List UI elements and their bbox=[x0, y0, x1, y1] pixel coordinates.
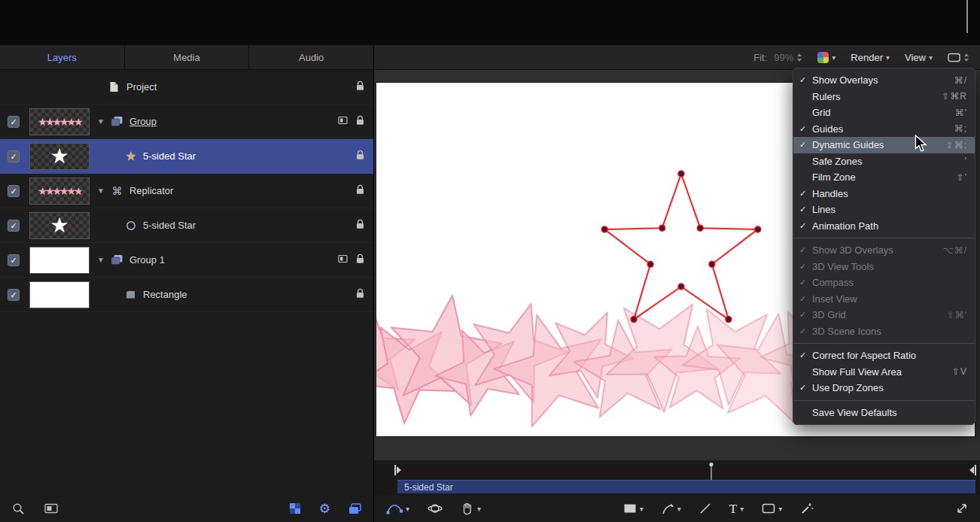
menu-item-show-overlays[interactable]: ✓Show Overlays⌘/ bbox=[793, 72, 975, 89]
menu-item-use-drop-zones[interactable]: ✓Use Drop Zones bbox=[793, 380, 975, 396]
motion-window: LayersMediaAudio Project✓★★★★★★▼Group✓★5… bbox=[0, 0, 980, 522]
menu-item-label: Grid bbox=[812, 107, 946, 118]
drop-zone-tool-button[interactable]: ▾ bbox=[762, 503, 782, 514]
visibility-checkbox[interactable]: ✓ bbox=[8, 220, 20, 232]
disclosure-triangle-icon[interactable]: ▼ bbox=[97, 117, 105, 126]
orbit-tool-button[interactable] bbox=[428, 502, 443, 515]
checkmark-icon: ✓ bbox=[799, 75, 812, 85]
bezier-tool-button[interactable]: ▾ bbox=[386, 502, 409, 515]
layer-row-group-1[interactable]: ✓▼Group 1 bbox=[0, 243, 373, 278]
menu-item-guides[interactable]: ✓Guides⌘; bbox=[793, 121, 975, 138]
out-point-marker[interactable] bbox=[968, 464, 977, 478]
search-icon[interactable] bbox=[12, 502, 25, 515]
checkmark-icon: ✓ bbox=[799, 310, 812, 320]
resize-handle[interactable] bbox=[956, 502, 968, 514]
checkerboard-icon[interactable] bbox=[289, 502, 301, 514]
layout-control[interactable] bbox=[948, 53, 969, 62]
menu-item-label: Save View Defaults bbox=[812, 407, 967, 418]
rectangle-tool-button[interactable]: ▾ bbox=[623, 503, 644, 514]
menu-item-label: Show 3D Overlays bbox=[812, 244, 934, 256]
channels-control[interactable]: ▾ bbox=[817, 52, 835, 63]
menu-item-safe-zones[interactable]: Safe Zones' bbox=[793, 153, 975, 170]
view-menu-button[interactable]: View ▾ bbox=[905, 52, 933, 63]
lock-icon[interactable] bbox=[356, 184, 364, 197]
fit-control[interactable]: Fit: 99% bbox=[753, 52, 802, 63]
menu-item-label: 3D View Tools bbox=[812, 261, 967, 272]
visibility-checkbox[interactable]: ✓ bbox=[8, 116, 20, 128]
menu-item-correct-for-aspect-ratio[interactable]: ✓Correct for Aspect Ratio bbox=[793, 347, 975, 364]
menu-separator bbox=[793, 343, 975, 344]
lock-icon[interactable] bbox=[356, 288, 364, 301]
layer-thumbnail: ★★★★★★ bbox=[29, 108, 90, 135]
disclosure-triangle-icon[interactable]: ▼ bbox=[97, 256, 105, 264]
in-point-marker[interactable] bbox=[394, 464, 403, 478]
disclosure-triangle-icon[interactable]: ▼ bbox=[97, 187, 105, 195]
layer-row-group[interactable]: ✓★★★★★★▼Group bbox=[0, 105, 373, 139]
chevron-down-icon: ▾ bbox=[740, 505, 744, 513]
menu-item-show-full-view-area[interactable]: Show Full View Area⇧V bbox=[793, 364, 975, 381]
text-tool-button[interactable]: T ▾ bbox=[729, 502, 744, 515]
stepper-icon[interactable] bbox=[796, 53, 802, 62]
layer-thumbnail: ★ bbox=[29, 143, 90, 170]
line-tool-button[interactable] bbox=[699, 502, 711, 514]
lock-icon[interactable] bbox=[356, 253, 364, 266]
mini-display-icon[interactable] bbox=[44, 503, 58, 514]
fit-value: 99% bbox=[774, 52, 793, 63]
lock-icon[interactable] bbox=[356, 115, 364, 128]
lock-icon[interactable] bbox=[356, 219, 364, 232]
row-right-icons bbox=[356, 219, 364, 232]
mini-timeline[interactable]: 5-sided Star bbox=[374, 460, 980, 495]
tab-media[interactable]: Media bbox=[125, 45, 250, 69]
render-menu-button[interactable]: Render ▾ bbox=[851, 52, 890, 63]
layer-row-project[interactable]: Project bbox=[0, 70, 373, 105]
media-icon[interactable] bbox=[338, 116, 348, 127]
menu-item-animation-path[interactable]: ✓Animation Path bbox=[793, 218, 975, 235]
visibility-checkbox[interactable]: ✓ bbox=[8, 185, 20, 197]
menu-item-show-3d-overlays: ✓Show 3D Overlays⌥⌘/ bbox=[793, 242, 975, 259]
canvas-toolbar-bottom: ▾ ▾ ▾ ▾ T ▾ ▾ bbox=[374, 495, 980, 522]
menu-item-film-zone[interactable]: Film Zone⇧' bbox=[793, 169, 975, 186]
visibility-checkbox[interactable]: ✓ bbox=[8, 254, 20, 266]
visibility-checkbox[interactable]: ✓ bbox=[8, 150, 20, 162]
layer-name: Group 1 bbox=[129, 254, 165, 266]
layer-name: 5-sided Star bbox=[143, 220, 196, 231]
layer-row-replicator[interactable]: ✓★★★★★★▼⌘Replicator bbox=[0, 174, 373, 208]
row-right-icons bbox=[356, 288, 364, 301]
layer-row-5-sided-star[interactable]: ✓★5-sided Star bbox=[0, 139, 373, 174]
visibility-checkbox[interactable]: ✓ bbox=[8, 289, 20, 301]
menu-item-dynamic-guides[interactable]: ✓Dynamic Guides⇧⌘; bbox=[793, 137, 975, 153]
layer-name: Project bbox=[126, 81, 157, 93]
layer-row-rectangle[interactable]: ✓Rectangle bbox=[0, 278, 373, 312]
menu-item-handles[interactable]: ✓Handles bbox=[793, 186, 975, 202]
menu-separator bbox=[793, 238, 975, 238]
paint-stroke-tool-button[interactable]: ▾ bbox=[662, 502, 681, 515]
menu-item-shortcut: ⇧V bbox=[952, 366, 967, 377]
chevron-down-icon: ▾ bbox=[406, 505, 409, 513]
menu-item-grid[interactable]: Grid⌘' bbox=[793, 105, 975, 121]
tab-layers[interactable]: Layers bbox=[0, 45, 125, 69]
menu-item-3d-scene-icons: ✓3D Scene Icons bbox=[793, 323, 975, 340]
gear-icon[interactable]: ⚙ bbox=[319, 502, 330, 515]
window-layout-icon bbox=[948, 53, 960, 62]
chevron-down-icon: ▾ bbox=[640, 505, 644, 513]
checkmark-icon: ✓ bbox=[799, 294, 812, 304]
window-top-strip bbox=[0, 0, 980, 45]
lock-icon[interactable] bbox=[356, 150, 364, 162]
layer-row-5-sided-star[interactable]: ✓★5-sided Star bbox=[0, 208, 373, 243]
view-label: View bbox=[905, 52, 926, 63]
pan-tool-button[interactable]: ▾ bbox=[461, 502, 481, 515]
menu-item-label: Lines bbox=[812, 204, 967, 215]
menu-item-rulers[interactable]: Rulers⇧⌘R bbox=[793, 89, 975, 105]
layers-stack-icon[interactable] bbox=[348, 503, 361, 514]
checkmark-icon: ✓ bbox=[799, 205, 812, 214]
media-icon[interactable] bbox=[338, 254, 348, 266]
adjust-tool-button[interactable] bbox=[800, 502, 814, 515]
lock-icon[interactable] bbox=[356, 80, 364, 93]
menu-item-lines[interactable]: ✓Lines bbox=[793, 202, 975, 218]
layer-name: Replicator bbox=[129, 185, 174, 196]
menu-item-save-view-defaults[interactable]: Save View Defaults bbox=[793, 405, 975, 421]
menu-item-shortcut: ⇧⌘; bbox=[946, 140, 967, 150]
timeline-clip[interactable]: 5-sided Star bbox=[397, 480, 975, 493]
tab-audio[interactable]: Audio bbox=[249, 45, 373, 69]
panel-tabs: LayersMediaAudio bbox=[0, 45, 373, 70]
